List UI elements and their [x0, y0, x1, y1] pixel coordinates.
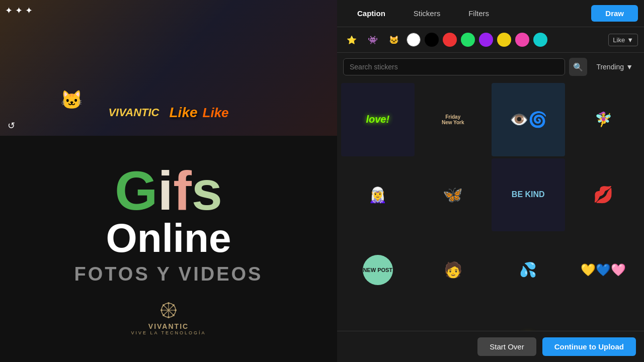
sticker-ohyeah[interactable]: OH YEAH! — [341, 309, 415, 331]
trending-chevron-icon: ▼ — [626, 63, 633, 71]
sticker-fairy[interactable]: 🧚‍♀️ — [567, 83, 640, 156]
sticker-newyork[interactable]: FridayNew York — [417, 83, 490, 156]
color-purple[interactable] — [479, 33, 493, 47]
svg-point-12 — [163, 314, 165, 316]
sticker-butterfly[interactable]: 🦋 — [417, 158, 490, 232]
sticker-splash[interactable]: 💦 — [492, 233, 565, 307]
sticker-newpost[interactable]: NEW POST — [341, 233, 415, 307]
fotos-label: Fotos y Videos — [74, 263, 263, 285]
sticker-eye[interactable]: 👁️🌀 — [492, 83, 565, 156]
tab-caption[interactable]: Caption — [343, 5, 399, 22]
svg-point-7 — [160, 309, 163, 311]
svg-point-11 — [173, 304, 175, 306]
color-yellow[interactable] — [497, 33, 511, 47]
search-row: 🔍 Trending ▼ — [337, 53, 644, 81]
like-dropdown-label: Like — [613, 36, 625, 44]
letter-g: G — [115, 159, 158, 221]
title-letters: Gifs — [115, 159, 222, 221]
sticker-nicework[interactable]: Nice Work! — [417, 309, 490, 331]
stickers-grid: love! FridayNew York 👁️🌀 🧚‍♀️ 🧝‍♀️ 🦋 BE … — [341, 81, 640, 331]
color-teal[interactable] — [533, 33, 547, 47]
letter-s: s — [192, 159, 222, 221]
svg-point-6 — [168, 316, 170, 318]
like-text-1: Like — [169, 105, 197, 121]
tab-bar: Caption Stickers Filters Draw — [337, 0, 644, 27]
vivantic-icon — [158, 300, 179, 320]
sticker-swipe[interactable]: SWIPE ▲ — [567, 309, 640, 331]
video-background: ✦ ✦ ✦ 🐱 VIVANTIC Like Like — [0, 0, 337, 136]
sparkles-decoration: ✦ ✦ ✦ — [5, 5, 33, 16]
color-white[interactable] — [407, 33, 421, 47]
left-panel: ✦ ✦ ✦ 🐱 VIVANTIC Like Like ↺ Gifs Online… — [0, 0, 337, 362]
main-title: Gifs — [115, 163, 222, 218]
search-button[interactable]: 🔍 — [569, 58, 587, 76]
svg-point-8 — [175, 309, 177, 311]
alien-icon[interactable]: 👾 — [364, 31, 381, 48]
letter-i: i — [158, 159, 174, 221]
vivantic-overlay-text: VIVANTIC — [108, 106, 159, 119]
replay-button[interactable]: ↺ — [5, 120, 17, 132]
tab-stickers[interactable]: Stickers — [399, 5, 454, 22]
sticker-love[interactable]: love! — [341, 83, 415, 156]
bottom-bar: Start Over Continue to Upload — [337, 331, 644, 362]
cat-icon[interactable]: 🐱 — [385, 31, 403, 48]
stickers-container[interactable]: love! FridayNew York 👁️🌀 🧚‍♀️ 🧝‍♀️ 🦋 BE … — [337, 81, 644, 331]
sticker-lips[interactable]: 💋 — [567, 158, 640, 232]
sticker-bekind[interactable]: BE KIND — [492, 158, 565, 232]
color-black[interactable] — [425, 33, 439, 47]
cat-sticker: 🐱 — [60, 89, 83, 111]
sticker-angry[interactable]: 🧝‍♀️ — [341, 158, 415, 232]
brand-name: VIVANTIC — [148, 322, 189, 330]
color-toolbar: ⭐ 👾 🐱 Like ▼ — [337, 27, 644, 53]
like-dropdown[interactable]: Like ▼ — [608, 34, 638, 46]
sticker-hearts[interactable]: 💛💙🩷 — [567, 233, 640, 307]
tab-draw[interactable]: Draw — [591, 5, 638, 22]
video-overlay: VIVANTIC Like Like — [108, 105, 228, 121]
stars-icon[interactable]: ⭐ — [343, 31, 360, 48]
color-green[interactable] — [461, 33, 475, 47]
video-preview: ✦ ✦ ✦ 🐱 VIVANTIC Like Like ↺ — [0, 0, 337, 136]
svg-point-9 — [163, 304, 165, 306]
color-red[interactable] — [443, 33, 457, 47]
right-panel: Caption Stickers Filters Draw ⭐ 👾 🐱 Like… — [337, 0, 644, 362]
like-text-2: Like — [203, 105, 229, 121]
chevron-down-icon: ▼ — [627, 36, 633, 44]
svg-point-10 — [173, 314, 175, 316]
brand-tagline: VIVE LA TECNOLOGÍA — [131, 330, 206, 335]
online-label: Online — [106, 218, 231, 258]
search-input[interactable] — [343, 58, 565, 75]
letter-f: f — [173, 159, 192, 221]
svg-point-5 — [168, 302, 170, 304]
trending-label: Trending — [596, 63, 624, 71]
tab-filters[interactable]: Filters — [454, 5, 503, 22]
sticker-star[interactable]: ⭐ — [492, 309, 565, 331]
vivantic-logo: VIVANTIC VIVE LA TECNOLOGÍA — [131, 300, 206, 335]
brand-content: Gifs Online Fotos y Videos — [0, 136, 337, 362]
color-pink[interactable] — [515, 33, 529, 47]
sticker-person[interactable]: 🧑 — [417, 233, 490, 307]
trending-dropdown[interactable]: Trending ▼ — [591, 60, 638, 74]
continue-upload-button[interactable]: Continue to Upload — [542, 337, 636, 356]
start-over-button[interactable]: Start Over — [477, 337, 536, 356]
